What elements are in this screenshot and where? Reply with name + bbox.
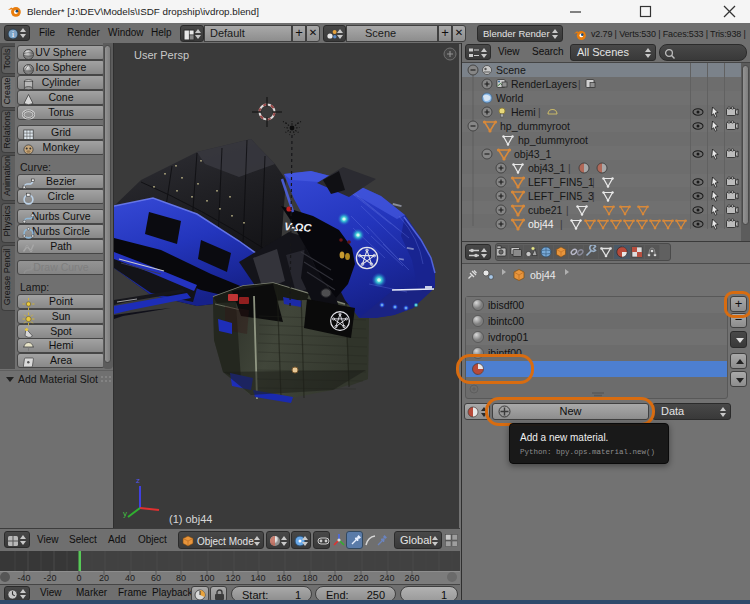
svg-text:100: 100 <box>199 573 214 583</box>
svg-text:200: 200 <box>327 573 342 583</box>
svg-text:User Persp: User Persp <box>134 49 189 61</box>
svg-text:|: | <box>578 79 581 90</box>
svg-text:y: y <box>123 509 127 518</box>
svg-text:|: | <box>592 177 595 188</box>
svg-text:V-ΩC: V-ΩC <box>284 220 313 234</box>
svg-text:(1) obj44: (1) obj44 <box>169 513 212 525</box>
svg-text:LEFT_FIN5_1: LEFT_FIN5_1 <box>528 176 594 188</box>
svg-text:|: | <box>560 219 563 230</box>
svg-text:160: 160 <box>276 573 291 583</box>
svg-text:140: 140 <box>250 573 265 583</box>
svg-text:RenderLayers: RenderLayers <box>511 78 577 90</box>
svg-text:120: 120 <box>225 573 240 583</box>
svg-text:-20: -20 <box>43 573 56 583</box>
svg-text:0: 0 <box>76 573 81 583</box>
svg-text:ibintc00: ibintc00 <box>488 315 524 327</box>
svg-text:ibisdf00: ibisdf00 <box>488 299 524 311</box>
svg-text:z: z <box>136 476 140 485</box>
svg-text:60: 60 <box>151 573 161 583</box>
svg-text:180: 180 <box>302 573 317 583</box>
svg-text:20: 20 <box>99 573 109 583</box>
svg-text:-40: -40 <box>17 573 30 583</box>
svg-text:220: 220 <box>353 573 368 583</box>
svg-text:LEFT_FIN5_3: LEFT_FIN5_3 <box>528 190 594 202</box>
svg-text:World: World <box>496 92 523 104</box>
svg-text:cube21: cube21 <box>528 204 563 216</box>
svg-text:Hemi: Hemi <box>511 106 536 118</box>
svg-text:260: 260 <box>404 573 419 583</box>
svg-text:|: | <box>592 191 595 202</box>
svg-text:240: 240 <box>379 573 394 583</box>
svg-text:hp_dummyroot: hp_dummyroot <box>518 134 588 146</box>
svg-text:40: 40 <box>125 573 135 583</box>
svg-text:obj44: obj44 <box>528 218 554 230</box>
svg-text:obj43_1: obj43_1 <box>514 148 552 160</box>
svg-text:obj43_1: obj43_1 <box>528 162 566 174</box>
svg-text:obj44: obj44 <box>530 269 556 281</box>
svg-text:|: | <box>566 205 569 216</box>
svg-text:ivdrop01: ivdrop01 <box>488 331 528 343</box>
svg-text:|: | <box>568 163 571 174</box>
svg-text:80: 80 <box>176 573 186 583</box>
svg-text:|: | <box>538 107 541 118</box>
svg-text:Scene: Scene <box>496 64 526 76</box>
svg-text:hp_dummyroot: hp_dummyroot <box>500 120 570 132</box>
